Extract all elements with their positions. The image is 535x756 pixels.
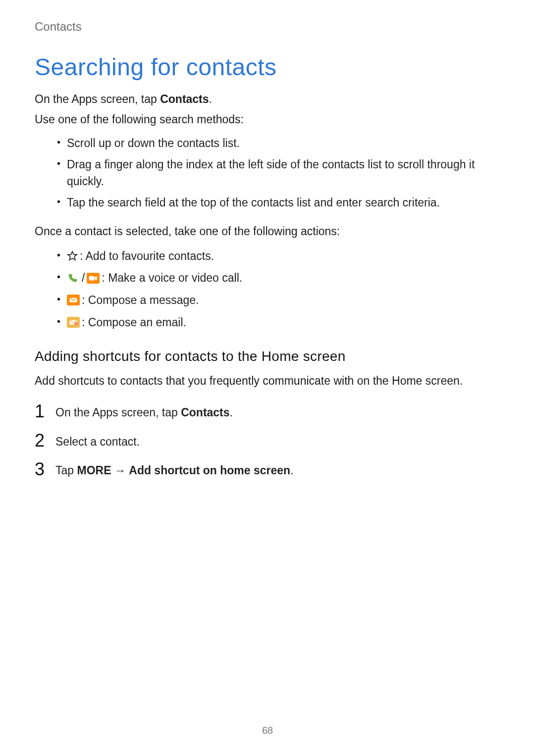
actions-list: : Add to favourite contacts. / : Make a … — [35, 245, 500, 334]
intro-app-name: Contacts — [160, 93, 209, 105]
arrow: → — [111, 464, 129, 477]
step-text: On the Apps screen, tap — [55, 406, 181, 419]
phone-icon — [67, 273, 78, 284]
search-methods-list: Scroll up or down the contacts list. Dra… — [35, 133, 500, 213]
star-icon — [67, 251, 78, 261]
svg-marker-2 — [95, 276, 97, 280]
step-item: Select a contact. — [35, 427, 500, 456]
step-app-name: Contacts — [181, 406, 229, 419]
action-text: : Compose an email. — [82, 313, 186, 332]
svg-marker-0 — [68, 252, 77, 260]
action-text: : Compose a message. — [82, 291, 199, 309]
video-call-icon — [87, 273, 100, 284]
list-item: @ : Compose an email. — [57, 311, 500, 334]
document-page: Contacts Searching for contacts On the A… — [0, 0, 535, 756]
step-text: Tap — [55, 464, 77, 477]
subhead-text: Add shortcuts to contacts that you frequ… — [35, 372, 500, 390]
step-rest-label: Add shortcut on home screen — [129, 464, 290, 477]
page-number: 68 — [0, 725, 535, 736]
intro-suffix: . — [209, 93, 212, 105]
step-item: Tap MORE → Add shortcut on home screen. — [35, 456, 500, 485]
step-suffix: . — [230, 406, 233, 419]
intro-line-2: Use one of the following search methods: — [35, 111, 500, 128]
action-text: : Add to favourite contacts. — [80, 247, 214, 265]
step-item: On the Apps screen, tap Contacts. — [35, 398, 500, 427]
list-item: Tap the search field at the top of the c… — [57, 192, 500, 213]
steps-list: On the Apps screen, tap Contacts. Select… — [35, 398, 500, 485]
step-more-label: MORE — [77, 464, 111, 477]
list-item: : Add to favourite contacts. — [57, 245, 500, 267]
email-icon: @ — [67, 317, 80, 328]
svg-text:@: @ — [75, 323, 77, 325]
action-text: : Make a voice or video call. — [102, 269, 242, 287]
separator: / — [82, 269, 85, 287]
list-item: Drag a finger along the index at the lef… — [57, 154, 500, 192]
list-item: : Compose a message. — [57, 289, 500, 311]
intro-text: On the Apps screen, tap — [35, 93, 160, 105]
subheading: Adding shortcuts for contacts to the Hom… — [35, 349, 500, 364]
once-selected-text: Once a contact is selected, take one of … — [35, 223, 500, 240]
list-item: Scroll up or down the contacts list. — [57, 133, 500, 154]
page-title: Searching for contacts — [35, 53, 500, 81]
step-suffix: . — [290, 464, 293, 477]
list-item: / : Make a voice or video call. — [57, 267, 500, 289]
message-icon — [67, 295, 80, 305]
intro-line-1: On the Apps screen, tap Contacts. — [35, 91, 500, 108]
breadcrumb: Contacts — [35, 20, 500, 34]
svg-rect-1 — [89, 276, 95, 280]
